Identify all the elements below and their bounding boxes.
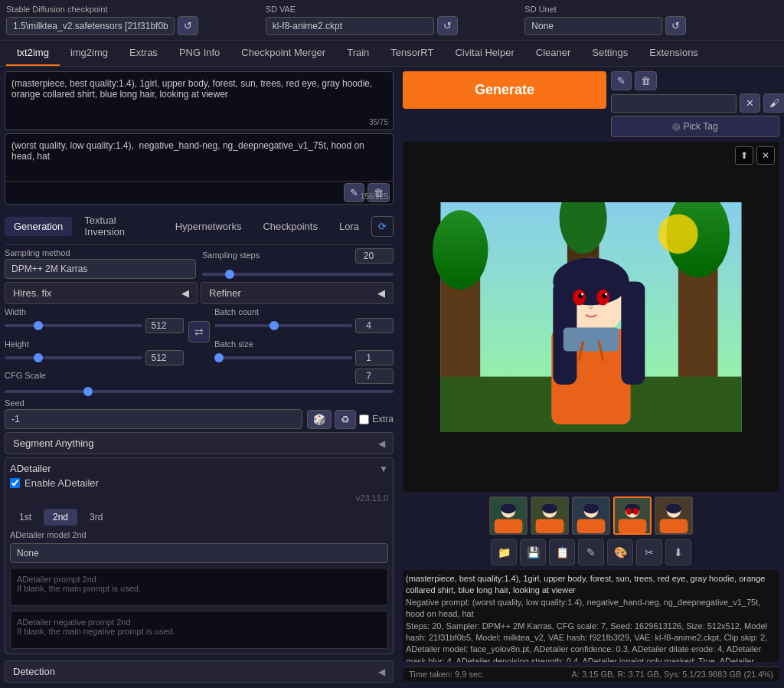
- cfg-scale-input[interactable]: [355, 369, 394, 384]
- tab-extras[interactable]: Extras: [119, 41, 168, 66]
- adetailer-tab-3rd[interactable]: 3rd: [80, 509, 112, 526]
- sub-tab-lora[interactable]: Lora: [330, 217, 368, 236]
- width-input[interactable]: [145, 318, 184, 333]
- sampling-steps-input[interactable]: [355, 248, 394, 264]
- sampling-steps-label: Sampling steps: [202, 251, 260, 260]
- tab-png-info[interactable]: PNG Info: [168, 41, 230, 66]
- rc-x-btn[interactable]: ✕: [740, 93, 760, 113]
- tab-settings[interactable]: Settings: [581, 41, 639, 66]
- seed-dice-btn[interactable]: 🎲: [307, 410, 332, 429]
- tab-train[interactable]: Train: [336, 41, 380, 66]
- vae-label: SD VAE: [266, 5, 519, 14]
- sub-tab-generation[interactable]: Generation: [5, 217, 72, 236]
- image-nav-close-btn[interactable]: ✕: [756, 146, 775, 165]
- top-bar: Stable Diffusion checkpoint 1.5\milktea_…: [0, 0, 784, 41]
- image-nav-upload-btn[interactable]: ⬆: [735, 146, 753, 165]
- cfg-scale-slider[interactable]: [5, 390, 394, 393]
- tab-txt2img[interactable]: txt2img: [6, 41, 60, 66]
- seed-recycle-btn[interactable]: ♻: [335, 410, 356, 429]
- tab-civitai[interactable]: Civitai Helper: [444, 41, 524, 66]
- vae-select[interactable]: kl-f8-anime2.ckpt: [266, 17, 434, 35]
- negative-prompt-counter: 156/225: [361, 192, 388, 201]
- vae-refresh-btn[interactable]: ↺: [437, 16, 458, 35]
- checkpoint-select[interactable]: 1.5\milktea_v2.safetensors [21f31bf0b5]: [6, 17, 175, 35]
- unet-select-wrap: None ↺: [524, 16, 778, 35]
- tab-img2img[interactable]: img2img: [60, 41, 119, 66]
- rc-trash-btn[interactable]: 🗑: [635, 71, 657, 90]
- unet-select[interactable]: None: [524, 17, 662, 35]
- thumbnail-1[interactable]: [489, 496, 528, 535]
- tab-cleaner[interactable]: Cleaner: [525, 41, 582, 66]
- adetailer-tab-2nd[interactable]: 2nd: [44, 509, 77, 526]
- pick-tag-btn[interactable]: ◎ Pick Tag: [611, 116, 779, 137]
- thumbnail-5[interactable]: [655, 496, 693, 535]
- sub-tab-extra-icon[interactable]: ⟳: [371, 216, 394, 237]
- tab-checkpoint-merger[interactable]: Checkpoint Merger: [230, 41, 336, 66]
- batch-size-slider[interactable]: [214, 356, 352, 359]
- enable-adetailer-row: Enable ADetailer: [10, 474, 388, 492]
- width-slider[interactable]: [5, 324, 142, 327]
- enable-adetailer-checkbox[interactable]: [10, 478, 20, 488]
- thumbnail-3[interactable]: [572, 496, 610, 535]
- batch-count-input[interactable]: [355, 318, 394, 333]
- sub-tab-hypernetworks[interactable]: Hypernetworks: [166, 217, 251, 236]
- action-cut-btn[interactable]: ✂: [636, 539, 662, 565]
- seed-area: Seed 🎲 ♻ Extra: [5, 398, 394, 429]
- svg-point-7: [658, 214, 698, 254]
- detection-chevron: ◀: [378, 667, 385, 677]
- adetailer-prompt-2nd[interactable]: ADetailer prompt 2ndIf blank, the main p…: [10, 568, 388, 606]
- batch-size-input[interactable]: [355, 350, 394, 365]
- height-input[interactable]: [145, 350, 184, 365]
- negative-prompt-input[interactable]: (worst quality, low quality:1.4), negati…: [5, 134, 393, 179]
- hires-chevron-icon: ◀: [181, 287, 189, 299]
- adetailer-version: v23.11.0: [10, 492, 388, 504]
- segment-anything-header[interactable]: Segment Anything ◀: [5, 432, 394, 454]
- unet-refresh-btn[interactable]: ↺: [665, 16, 686, 35]
- detection-header[interactable]: Detection ◀: [5, 660, 394, 683]
- checkpoint-section: Stable Diffusion checkpoint 1.5\milktea_…: [6, 5, 260, 35]
- sampling-method-area: Sampling method DPM++ 2M Karras: [5, 248, 196, 279]
- action-folder-btn[interactable]: 📁: [491, 539, 517, 565]
- rc-search-input[interactable]: [611, 94, 737, 113]
- action-save-btn[interactable]: 💾: [520, 539, 546, 565]
- right-controls: ✎ 🗑 ✕ 🖌 ◎ Pick Tag: [611, 71, 779, 137]
- extra-checkbox[interactable]: [359, 414, 369, 424]
- action-paint-btn[interactable]: 🎨: [607, 539, 633, 565]
- action-download-btn[interactable]: ⬇: [665, 539, 691, 565]
- hires-fix-btn[interactable]: Hires. fix ◀: [5, 282, 198, 304]
- sub-tab-checkpoints[interactable]: Checkpoints: [253, 217, 327, 236]
- tab-tensorrt[interactable]: TensorRT: [380, 41, 444, 66]
- action-clipboard-btn[interactable]: 📋: [549, 539, 575, 565]
- sub-tabs: Generation Textual Inversion Hypernetwor…: [5, 208, 394, 245]
- height-slider[interactable]: [5, 356, 142, 359]
- svg-point-43: [666, 503, 681, 513]
- positive-prompt-input[interactable]: (masterpiece, best quality:1.4), 1girl, …: [5, 72, 393, 127]
- seed-actions: 🎲 ♻ Extra: [307, 410, 394, 429]
- batch-count-slider[interactable]: [214, 324, 352, 327]
- thumbnail-2[interactable]: [531, 496, 569, 535]
- checkpoint-refresh-btn[interactable]: ↺: [178, 16, 198, 35]
- adetailer-tab-1st[interactable]: 1st: [10, 509, 41, 526]
- svg-point-25: [501, 503, 516, 513]
- unet-label: SD Unet: [524, 5, 778, 14]
- sampling-method-select[interactable]: DPM++ 2M Karras: [5, 259, 196, 279]
- checkpoint-label: Stable Diffusion checkpoint: [6, 5, 260, 14]
- right-top: Generate ✎ 🗑 ✕ 🖌 ◎ Pick Tag: [403, 71, 779, 137]
- sub-tab-textual-inversion[interactable]: Textual Inversion: [75, 211, 162, 241]
- refiner-btn[interactable]: Refiner ◀: [201, 282, 394, 304]
- rc-edit-btn[interactable]: ✎: [611, 71, 632, 90]
- generate-btn[interactable]: Generate: [403, 71, 606, 109]
- tab-extensions[interactable]: Extensions: [639, 41, 709, 66]
- rc-paint-btn[interactable]: 🖌: [763, 93, 784, 113]
- seed-input[interactable]: [5, 409, 302, 429]
- adetailer-header[interactable]: ADetailer ▼: [10, 463, 388, 474]
- swap-dimensions-btn[interactable]: ⇄: [188, 321, 210, 342]
- svg-point-18: [581, 293, 583, 295]
- sampling-steps-slider[interactable]: [202, 273, 394, 276]
- status-bar: Time taken: 9.9 sec. A: 3.15 GB, R: 3.71…: [403, 667, 779, 681]
- adetailer-neg-prompt-2nd[interactable]: ADetailer negative prompt 2ndIf blank, t…: [10, 611, 388, 649]
- adetailer-model-select[interactable]: None: [10, 543, 388, 563]
- thumbnail-4-active[interactable]: [613, 496, 652, 535]
- action-edit-btn[interactable]: ✎: [578, 539, 604, 565]
- pick-tag-icon: ◎: [672, 121, 680, 132]
